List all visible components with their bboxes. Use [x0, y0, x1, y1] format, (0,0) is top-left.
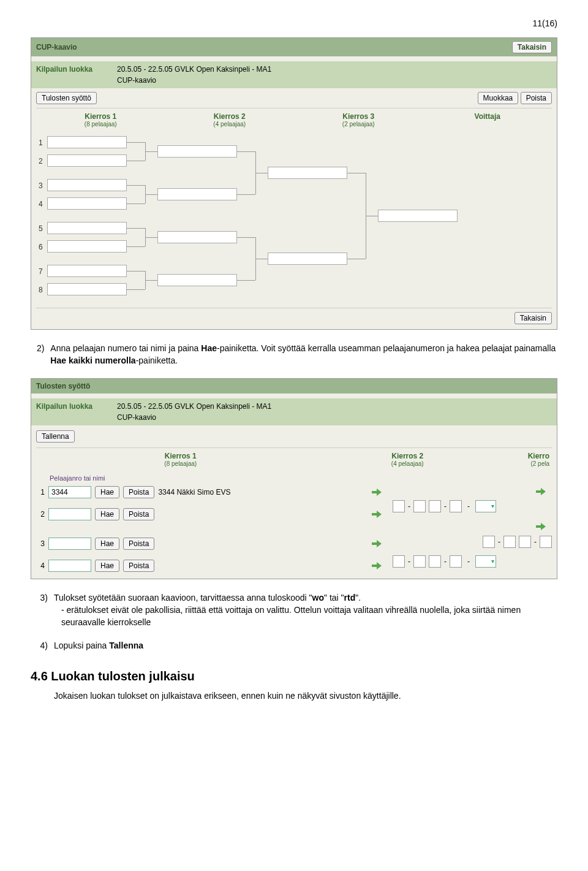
- entry-row: 3 Hae Poista: [36, 536, 393, 552]
- delete-button[interactable]: Poista: [521, 92, 552, 104]
- score-box[interactable]: [519, 536, 531, 548]
- score-box[interactable]: [393, 555, 405, 568]
- score-input-group: - - - ▾: [393, 500, 552, 512]
- entry-row: 4 Hae Poista: [36, 558, 393, 574]
- player-field-label: Pelaajanro tai nimi: [36, 471, 393, 482]
- entry-row: 1 Hae Poista 3344 Näkki Simo EVS: [36, 484, 393, 500]
- save-button[interactable]: Tallenna: [36, 430, 75, 443]
- row-num: 3: [36, 539, 45, 548]
- bracket-slot[interactable]: [47, 179, 127, 191]
- score-input-group: - - - ▾: [393, 555, 552, 568]
- back-button[interactable]: Takaisin: [512, 41, 552, 53]
- arrow-right-icon[interactable]: [372, 561, 382, 570]
- round-header-3: Kierros 3 (2 pelaajaa): [294, 108, 423, 131]
- result-select[interactable]: ▾: [475, 555, 496, 568]
- results-panel: Tulosten syöttö Kilpailun luokka 20.5.05…: [31, 378, 557, 579]
- round-header-3-partial: Kierro (2 pela: [490, 448, 552, 471]
- score-box[interactable]: [450, 500, 462, 512]
- search-button[interactable]: Hae: [95, 560, 119, 572]
- score-box[interactable]: [393, 500, 405, 512]
- score-box[interactable]: [413, 500, 426, 512]
- bracket-slot[interactable]: [47, 265, 127, 277]
- bracket-slot[interactable]: [47, 136, 127, 148]
- score-box[interactable]: [483, 536, 495, 548]
- score-box[interactable]: [540, 536, 552, 548]
- bracket-num: 8: [39, 286, 43, 294]
- instruction-2: 2) Anna pelaajan numero tai nimi ja pain…: [31, 342, 557, 367]
- bracket-area: 1 2 3 4 5 6 7 8: [36, 131, 552, 303]
- player-input[interactable]: [48, 538, 91, 550]
- results-entry-button[interactable]: Tulosten syöttö: [36, 92, 97, 104]
- class-sub: CUP-kaavio: [117, 413, 271, 422]
- edit-button[interactable]: Muokkaa: [478, 92, 519, 104]
- bracket-slot[interactable]: [47, 154, 127, 167]
- bracket-slot[interactable]: [268, 253, 347, 265]
- row-num: 2: [36, 510, 45, 519]
- back-button-footer[interactable]: Takaisin: [514, 312, 552, 324]
- results-title: Tulosten syöttö: [31, 379, 557, 394]
- class-sub: CUP-kaavio: [117, 76, 271, 85]
- round-header-2: Kierros 2 (4 pelaajaa): [325, 448, 490, 471]
- cup-title: CUP-kaavio: [36, 43, 77, 51]
- bracket-num: 6: [39, 243, 43, 251]
- bracket-num: 2: [39, 157, 43, 165]
- bracket-num: 4: [39, 200, 43, 208]
- bracket-slot[interactable]: [47, 240, 127, 253]
- row-num: 1: [36, 488, 45, 496]
- page-number: 11(16): [31, 18, 557, 28]
- entry-row: 2 Hae Poista: [36, 506, 393, 522]
- section-heading: 4.6 Luokan tulosten julkaisu: [31, 669, 557, 683]
- instruction-4: 4) Lopuksi paina Tallenna: [31, 639, 557, 652]
- remove-button[interactable]: Poista: [123, 508, 154, 520]
- remove-button[interactable]: Poista: [123, 538, 154, 550]
- score-box[interactable]: [429, 555, 441, 568]
- round-header-1: Kierros 1 (8 pelaajaa): [36, 108, 165, 131]
- instruction-bullet: erätulokset eivät ole pakollisia, riittä…: [61, 604, 557, 629]
- search-button[interactable]: Hae: [95, 486, 119, 498]
- search-button[interactable]: Hae: [95, 538, 119, 550]
- arrow-right-icon[interactable]: [372, 488, 382, 496]
- bracket-num: 5: [39, 224, 43, 233]
- round-header-2: Kierros 2 (4 pelaajaa): [165, 108, 295, 131]
- bracket-num: 1: [39, 139, 43, 147]
- remove-button[interactable]: Poista: [123, 560, 154, 572]
- row-num: 4: [36, 561, 45, 570]
- bracket-slot[interactable]: [157, 188, 237, 200]
- remove-button[interactable]: Poista: [123, 486, 154, 498]
- player-input[interactable]: [48, 486, 91, 498]
- instruction-3: 3) Tulokset syötetään suoraan kaavioon, …: [31, 591, 557, 629]
- bracket-num: 3: [39, 181, 43, 190]
- arrow-right-icon[interactable]: [372, 539, 382, 548]
- bracket-slot[interactable]: [47, 197, 127, 210]
- score-box[interactable]: [413, 555, 426, 568]
- bracket-slot[interactable]: [157, 231, 237, 243]
- bracket-slot[interactable]: [157, 274, 237, 286]
- round-header-1: Kierros 1 (8 pelaajaa): [36, 448, 325, 471]
- bracket-slot-winner[interactable]: [378, 210, 458, 222]
- arrow-right-icon[interactable]: [536, 522, 546, 531]
- round-header-winner: Voittaja: [423, 108, 552, 131]
- score-box[interactable]: [450, 555, 462, 568]
- class-value: 20.5.05 - 22.5.05 GVLK Open Kaksinpeli -…: [117, 402, 271, 411]
- class-label: Kilpailun luokka: [36, 402, 92, 411]
- player-input[interactable]: [48, 560, 91, 572]
- score-box[interactable]: [503, 536, 516, 548]
- cup-panel: CUP-kaavio Takaisin Kilpailun luokka 20.…: [31, 37, 557, 330]
- bracket-slot[interactable]: [47, 222, 127, 234]
- arrow-right-icon[interactable]: [536, 487, 546, 496]
- bracket-slot[interactable]: [157, 145, 237, 158]
- bracket-num: 7: [39, 267, 43, 276]
- bracket-slot[interactable]: [268, 167, 347, 179]
- search-button[interactable]: Hae: [95, 508, 119, 520]
- score-input-group: - -: [393, 536, 552, 548]
- bracket-slot[interactable]: [47, 283, 127, 295]
- result-select[interactable]: ▾: [475, 500, 496, 512]
- arrow-right-icon[interactable]: [372, 510, 382, 519]
- class-value: 20.5.05 - 22.5.05 GVLK Open Kaksinpeli -…: [117, 65, 271, 74]
- player-input[interactable]: [48, 508, 91, 520]
- class-label: Kilpailun luokka: [36, 65, 92, 74]
- section-body: Jokaisen luokan tulokset on julkaistava …: [54, 691, 557, 701]
- score-box[interactable]: [429, 500, 441, 512]
- player-result: 3344 Näkki Simo EVS: [158, 488, 230, 496]
